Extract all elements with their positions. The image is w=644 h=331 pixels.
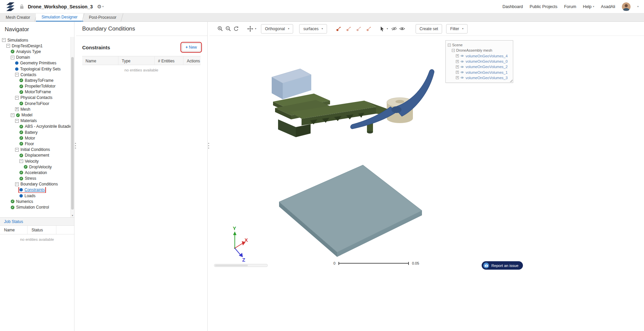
tree-item-dropvelocity[interactable]: ✓DropVelocity	[0, 164, 74, 170]
select-tool[interactable]: ▾	[378, 25, 388, 33]
nav-help[interactable]: Help ▾	[583, 4, 594, 9]
collapse-icon[interactable]: −	[15, 73, 19, 76]
expand-icon[interactable]: +	[15, 107, 19, 111]
splitter-grip-icon[interactable]	[75, 145, 76, 146]
scrollbar-thumb[interactable]	[71, 57, 74, 210]
tab-mesh-creator[interactable]: Mesh Creator	[0, 13, 36, 21]
tree-item-displacement[interactable]: ✓Displacement	[0, 153, 74, 158]
collapse-icon[interactable]: −	[11, 56, 14, 59]
tree-item-motortoframe[interactable]: ✓MotorToFrame	[0, 89, 74, 95]
expand-icon[interactable]: +	[456, 65, 459, 68]
tree-item-simulations[interactable]: −Simulations	[0, 37, 74, 43]
tree-item-stress[interactable]: ✓Stress	[0, 176, 74, 181]
scene-root-label[interactable]: Scene	[452, 43, 463, 47]
scene-volume-label[interactable]: volumeOnGeoVolumes_3	[466, 76, 507, 80]
job-status-header[interactable]: Job Status	[0, 218, 74, 226]
chevron-down-icon[interactable]: ▾	[255, 27, 256, 30]
splitter-left[interactable]	[74, 22, 76, 331]
report-issue-button[interactable]: Report an issue	[482, 261, 523, 270]
expand-icon[interactable]: +	[456, 71, 459, 74]
tree-item-contacts[interactable]: −Contacts	[0, 72, 74, 77]
tree-item-mesh[interactable]: +Mesh	[0, 106, 74, 112]
scene-volume-item[interactable]: +volumeOnGeoVolumes_2	[448, 64, 511, 69]
splitter-grip-icon[interactable]	[208, 145, 209, 146]
tree-item-geometry-primitives[interactable]: Geometry Primitives	[0, 60, 74, 66]
zoom-out-icon[interactable]	[224, 25, 232, 33]
chevron-down-icon[interactable]: ▾	[102, 5, 104, 8]
new-constraint-button[interactable]: + New	[182, 43, 201, 51]
create-set-button[interactable]: Create set	[416, 24, 442, 34]
probe-point-icon-3[interactable]	[355, 25, 363, 33]
collapse-icon[interactable]: −	[448, 44, 451, 47]
scene-volume-label[interactable]: volumeOnGeoVolumes_2	[466, 65, 507, 69]
username[interactable]: AsadAli	[601, 4, 615, 9]
tree-item-boundary-conditions[interactable]: −Boundary Conditions	[0, 181, 74, 187]
eye-icon[interactable]	[460, 60, 464, 63]
tree-item-dronetofloor[interactable]: ✓DroneToFloor	[0, 101, 74, 106]
tab-simulation-designer[interactable]: Simulation Designer	[36, 13, 83, 21]
tree-item-velocity[interactable]: −Velocity	[0, 158, 74, 164]
tab-post-processor[interactable]: Post-Processor	[83, 13, 122, 21]
tree-item-motor[interactable]: ✓Motor	[0, 135, 74, 141]
collapse-icon[interactable]: −	[6, 44, 10, 48]
tree-item-propellertomotor[interactable]: ✓PropellerToMotor	[0, 84, 74, 89]
scrollbar-thumb[interactable]	[215, 265, 248, 266]
viewport-scrollbar-h[interactable]	[214, 264, 268, 267]
floor-plate[interactable]	[279, 165, 422, 257]
nav-public-projects[interactable]: Public Projects	[530, 4, 557, 9]
scene-volume-item[interactable]: +volumeOnGeoVolumes_1	[448, 69, 511, 75]
tree-item-acceleration[interactable]: ✓Acceleration	[0, 170, 74, 175]
app-logo[interactable]	[5, 2, 15, 11]
chevron-down-icon[interactable]: ▾	[637, 5, 639, 8]
scene-canvas[interactable]: Y X Z	[209, 36, 644, 331]
tree-item-abs-acrylonitrile-butadiene[interactable]: ✓ABS - Acrylonitrile Butadiene...	[0, 124, 74, 129]
tree-item-materials[interactable]: −Materials	[0, 118, 74, 124]
move-tool-icon[interactable]	[246, 25, 254, 33]
tree-item-topological-entity-sets[interactable]: Topological Entity Sets	[0, 66, 74, 72]
probe-point-icon-2[interactable]	[344, 25, 353, 33]
zoom-in-icon[interactable]	[216, 25, 224, 33]
expand-icon[interactable]: +	[456, 60, 459, 63]
scrollbar-down-arrow-icon[interactable]: ▾	[71, 214, 74, 217]
eye-icon[interactable]	[460, 71, 464, 74]
expand-icon[interactable]: +	[456, 54, 459, 57]
tree-item-analysis-type[interactable]: ✓Analysis Type	[0, 49, 74, 54]
probe-point-icon-1[interactable]	[334, 25, 342, 33]
pointer-tool-icon[interactable]	[378, 25, 386, 33]
scene-volume-item[interactable]: +volumeOnGeoVolumes_0	[448, 59, 511, 64]
tree-item-droptestdesign1[interactable]: −DropTestDesign1	[0, 43, 74, 49]
refresh-icon[interactable]	[232, 25, 240, 33]
tree-item-constraints[interactable]: Constraints	[0, 187, 74, 193]
pan-tool[interactable]: ▾	[246, 25, 256, 33]
gear-icon[interactable]: ⚙	[97, 4, 101, 10]
tree-item-floor[interactable]: ✓Floor	[0, 141, 74, 147]
filter-button[interactable]: Filter ▾	[446, 24, 468, 34]
tree-item-loads[interactable]: Loads	[0, 193, 74, 199]
projection-select[interactable]: Orthogonal ▾	[261, 24, 293, 34]
collapse-icon[interactable]: −	[11, 113, 14, 117]
chevron-down-icon[interactable]: ▾	[387, 27, 388, 30]
collapse-icon[interactable]: −	[15, 148, 19, 152]
tree-item-battery[interactable]: ✓Battery	[0, 129, 74, 135]
expand-icon[interactable]: +	[456, 76, 459, 79]
eye-icon[interactable]	[460, 65, 464, 68]
nav-dashboard[interactable]: Dashboard	[502, 4, 523, 9]
tree-item-simulation-control[interactable]: ✓Simulation Control	[0, 204, 74, 210]
collapse-icon[interactable]: −	[19, 159, 23, 163]
tree-item-initial-conditions[interactable]: −Initial Conditions	[0, 147, 74, 153]
navigator-scrollbar[interactable]: ▾	[70, 37, 74, 217]
tree-item-battreytoframe[interactable]: ✓BattreyToFrame	[0, 77, 74, 83]
tree-item-numerics[interactable]: ✓Numerics	[0, 199, 74, 204]
tree-item-physical-contacts[interactable]: −Physical Contacts	[0, 95, 74, 101]
scene-volume-item[interactable]: +volumeOnGeoVolumes_4	[448, 53, 511, 59]
scene-mesh-label[interactable]: DroneAssembly mesh	[456, 48, 492, 52]
scene-volume-label[interactable]: volumeOnGeoVolumes_4	[466, 54, 507, 58]
scene-mesh-item[interactable]: − DroneAssembly mesh	[448, 48, 511, 53]
collapse-icon[interactable]: −	[2, 38, 6, 42]
probe-point-icon-4[interactable]	[365, 25, 373, 33]
eye-icon[interactable]	[460, 76, 464, 79]
nav-forum[interactable]: Forum	[564, 4, 576, 9]
scene-volume-item[interactable]: +volumeOnGeoVolumes_3	[448, 75, 511, 80]
drone-model[interactable]	[272, 69, 434, 137]
tree-item-model[interactable]: −✓Model	[0, 112, 74, 118]
